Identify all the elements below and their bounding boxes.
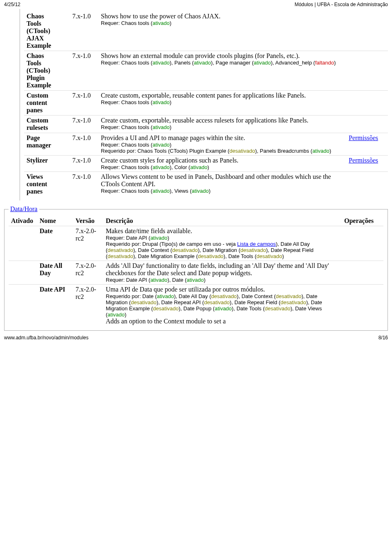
module-description: Allows Views content to be used in Panel… — [98, 172, 346, 197]
header-title: Módulos | UFBA - Escola de Administração — [294, 2, 388, 7]
table-row: Viewscontentpanes7.x-1.0Allows Views con… — [24, 172, 388, 197]
module-name: Date — [37, 226, 73, 261]
col-descricao: Descrição — [103, 216, 342, 226]
module-version: 7.x-1.0 — [70, 11, 98, 51]
header-date: 4/25/12 — [4, 2, 20, 7]
module-description: Adds 'All Day' functionality to date fie… — [103, 261, 342, 285]
ctools-table: ChaosTools(CTools)AJAXExample7.x-1.0Show… — [24, 11, 388, 196]
table-row: Date All Day7.x-2.0-rc2Adds 'All Day' fu… — [9, 261, 383, 285]
module-name: Date API — [37, 285, 73, 327]
module-name: Viewscontentpanes — [24, 172, 70, 197]
module-name: Customrulesets — [24, 116, 70, 133]
datahora-legend[interactable]: Data/Hora — [10, 205, 38, 212]
module-ops — [346, 116, 388, 133]
table-row: ChaosTools(CTools)AJAXExample7.x-1.0Show… — [24, 11, 388, 51]
module-description: Create custom, exportable, reusable cont… — [98, 91, 346, 116]
footer-url: www.adm.ufba.br/novo/admin/modules — [4, 335, 89, 341]
ctools-section: ChaosTools(CTools)AJAXExample7.x-1.0Show… — [20, 9, 388, 200]
module-version: 7.x-2.0-rc2 — [73, 261, 103, 285]
module-description: Create custom, exportable, reusable acce… — [98, 116, 346, 133]
module-name: ChaosTools(CTools)PluginExample — [24, 51, 70, 91]
module-version: 7.x-1.0 — [70, 156, 98, 172]
module-version: 7.x-1.0 — [70, 133, 98, 156]
module-name: Pagemanager — [24, 133, 70, 156]
col-nome: Nome — [37, 216, 73, 226]
module-version: 7.x-2.0-rc2 — [73, 226, 103, 261]
ativado-cell — [9, 261, 37, 285]
module-description: Makes date/time fields available.Requer:… — [103, 226, 342, 261]
table-row: Pagemanager7.x-1.0Provides a UI and API … — [24, 133, 388, 156]
module-version: 7.x-2.0-rc2 — [73, 285, 103, 327]
module-ops — [346, 91, 388, 116]
lista-campos-link[interactable]: Lista de campos — [237, 241, 276, 247]
module-name: Customcontentpanes — [24, 91, 70, 116]
module-ops — [346, 51, 388, 91]
col-versao: Versão — [73, 216, 103, 226]
table-row: ChaosTools(CTools)PluginExample7.x-1.0Sh… — [24, 51, 388, 91]
module-version: 7.x-1.0 — [70, 51, 98, 91]
table-row: Stylizer7.x-1.0Create custom styles for … — [24, 156, 388, 172]
module-ops — [342, 226, 383, 261]
ativado-cell — [9, 226, 37, 261]
module-ops — [342, 261, 383, 285]
datahora-table: Ativado Nome Versão Descrição Operações … — [9, 216, 383, 326]
table-row: Customrulesets7.x-1.0Create custom, expo… — [24, 116, 388, 133]
module-name: ChaosTools(CTools)AJAXExample — [24, 11, 70, 51]
module-description: Shows how to use the power of Chaos AJAX… — [98, 11, 346, 51]
module-ops — [346, 11, 388, 51]
module-name: Date All Day — [37, 261, 73, 285]
module-ops — [342, 285, 383, 327]
table-row: Date7.x-2.0-rc2Makes date/time fields av… — [9, 226, 383, 261]
module-description: Uma API de Data que pode ser utilizada p… — [103, 285, 342, 327]
ativado-cell — [9, 285, 37, 327]
datahora-fieldset: Data/Hora Ativado Nome Versão Descrição … — [4, 205, 388, 331]
module-version: 7.x-1.0 — [70, 91, 98, 116]
module-ops: Permissões — [346, 156, 388, 172]
col-ativado: Ativado — [9, 216, 37, 226]
module-description: Provides a UI and API to manage pages wi… — [98, 133, 346, 156]
col-operacoes: Operações — [342, 216, 383, 226]
footer-pages: 8/16 — [379, 335, 388, 341]
module-name: Stylizer — [24, 156, 70, 172]
module-version: 7.x-1.0 — [70, 172, 98, 197]
module-description: Shows how an external module can provide… — [98, 51, 346, 91]
permissions-link[interactable]: Permissões — [349, 157, 378, 164]
module-description: Create custom styles for applications su… — [98, 156, 346, 172]
module-version: 7.x-1.0 — [70, 116, 98, 133]
module-ops — [346, 172, 388, 197]
table-row: Date API7.x-2.0-rc2Uma API de Data que p… — [9, 285, 383, 327]
permissions-link[interactable]: Permissões — [349, 134, 378, 141]
module-ops: Permissões — [346, 133, 388, 156]
table-row: Customcontentpanes7.x-1.0Create custom, … — [24, 91, 388, 116]
